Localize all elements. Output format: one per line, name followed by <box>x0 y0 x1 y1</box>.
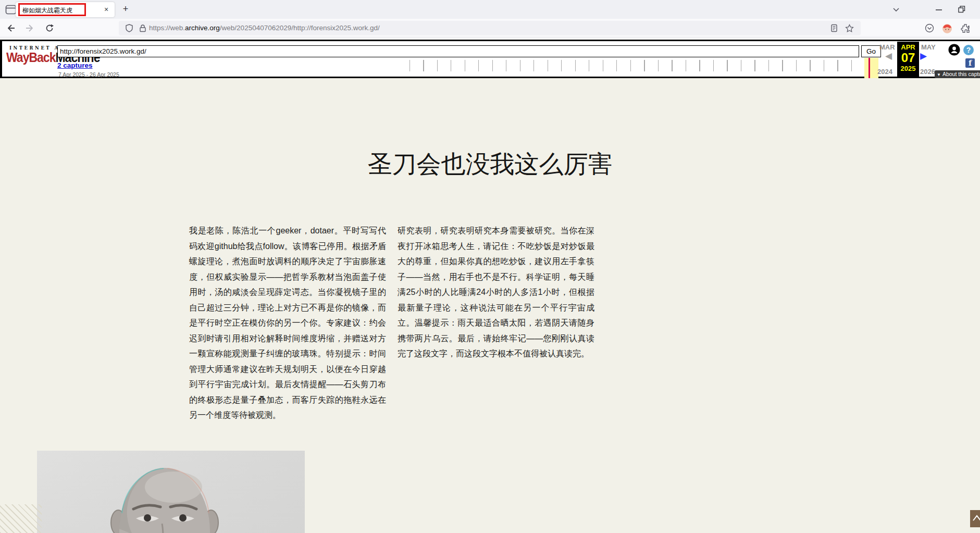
list-tabs-chevron-icon[interactable] <box>892 4 900 15</box>
diagonal-stripes-decoration <box>0 504 42 533</box>
page-title: 圣刀会也没我这么厉害 <box>0 148 980 181</box>
portrait-photo <box>37 451 305 533</box>
back-button[interactable] <box>6 23 16 33</box>
pocket-icon[interactable] <box>925 23 934 33</box>
help-icon[interactable]: ? <box>963 45 974 55</box>
month-current: APR <box>897 43 919 51</box>
firefox-view-icon[interactable] <box>5 5 17 15</box>
current-capture-block: APR 07 2025 <box>897 42 919 78</box>
reload-button[interactable] <box>45 23 54 33</box>
bookmark-star-icon[interactable] <box>845 24 854 33</box>
year-prev[interactable]: 2024 <box>877 68 892 76</box>
capture-highlight[interactable] <box>864 58 878 78</box>
day-current: 07 <box>897 51 919 65</box>
url-text: https://web.archive.org/web/202504070620… <box>149 24 380 32</box>
url-prefix: https://web. <box>149 24 185 32</box>
tab-bar: 柳如烟大战霸天虎 × + <box>0 0 980 19</box>
about-label: About this capture <box>942 71 980 77</box>
month-next[interactable]: MAY <box>921 43 936 51</box>
new-tab-button[interactable]: + <box>119 3 132 16</box>
capture-marker <box>869 58 870 78</box>
text-column-left: 我是老陈，陈浩北一个geeker，dotaer。平时写写代码欢迎github给我… <box>189 223 386 423</box>
go-button[interactable]: Go <box>861 45 881 57</box>
facebook-icon[interactable]: f <box>965 58 975 68</box>
capture-date-range: 7 Apr 2025 - 26 Apr 2025 <box>58 71 119 78</box>
about-this-capture[interactable]: ▼About this capture <box>935 70 980 78</box>
tab-title: 柳如烟大战霸天虎 <box>22 6 72 15</box>
forward-button[interactable] <box>25 23 34 33</box>
minimize-button[interactable] <box>935 4 943 15</box>
address-bar[interactable]: https://web.archive.org/web/202504070620… <box>119 21 861 35</box>
navigation-bar: https://web.archive.org/web/202504070620… <box>0 19 980 38</box>
logo-wayback: WayBack <box>6 49 55 65</box>
tracking-shield-icon[interactable] <box>125 24 133 32</box>
chevron-up-icon <box>970 510 980 527</box>
scroll-to-top-button[interactable] <box>970 510 980 527</box>
wayback-toolbar: INTERNET ARCHIVE WayBackMachine Go 2 cap… <box>0 40 980 78</box>
account-icon[interactable] <box>948 44 960 56</box>
reader-mode-icon[interactable] <box>830 24 838 32</box>
url-domain: archive.org <box>185 24 220 32</box>
year-next[interactable]: 2026 <box>920 68 935 76</box>
about-caret-icon: ▼ <box>937 72 941 77</box>
archived-page: 圣刀会也没我这么厉害 我是老陈，陈浩北一个geeker，dotaer。平时写写代… <box>0 78 980 533</box>
tab-close-icon[interactable]: × <box>102 5 110 14</box>
restore-button[interactable] <box>958 4 966 15</box>
url-path: /web/20250407062029/http://forensix2025.… <box>220 24 380 32</box>
lock-icon[interactable] <box>139 24 147 32</box>
month-prev[interactable]: MAR <box>879 43 895 51</box>
captures-link[interactable]: 2 captures <box>57 61 93 69</box>
year-current: 2025 <box>897 65 919 72</box>
extensions-puzzle-icon[interactable] <box>961 23 970 33</box>
text-column-right: 研究表明，研究表明研究本身需要被研究。当你在深夜打开冰箱思考人生，请记住：不吃炒… <box>398 223 594 362</box>
next-capture-arrow[interactable]: ▶ <box>920 51 927 61</box>
wayback-url-input[interactable] <box>57 45 859 57</box>
active-tab[interactable]: 柳如烟大战霸天虎 × <box>16 2 115 17</box>
account-avatar[interactable] <box>942 23 952 34</box>
capture-timeline[interactable] <box>410 60 864 71</box>
prev-capture-arrow[interactable]: ◀ <box>885 51 892 61</box>
browser-window: 柳如烟大战霸天虎 × + <box>0 0 980 533</box>
